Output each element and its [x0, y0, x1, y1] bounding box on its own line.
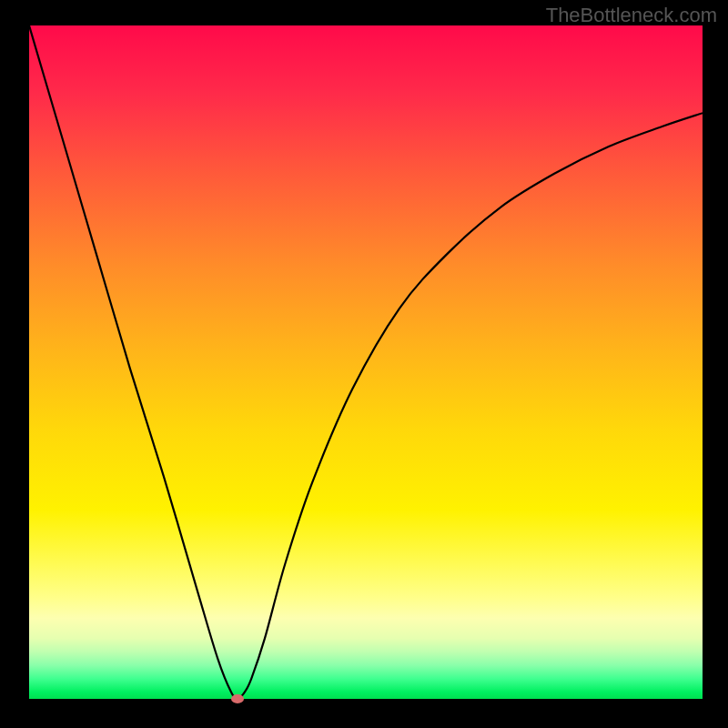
watermark-text: TheBottleneck.com: [546, 4, 717, 27]
bottleneck-curve: [29, 25, 703, 699]
chart-plot-area: [29, 25, 703, 699]
minimum-point-marker: [231, 694, 244, 703]
